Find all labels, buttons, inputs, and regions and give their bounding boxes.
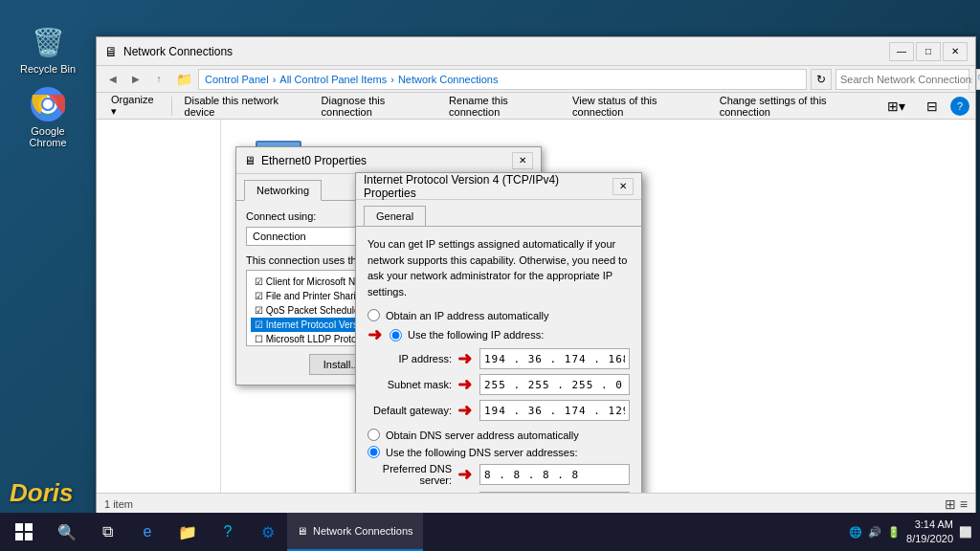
taskbar-right: 🌐 🔊 🔋 3:14 AM 8/19/2020 ⬜ xyxy=(849,518,980,547)
manual-dns-row: Use the following DNS server addresses: xyxy=(368,446,630,458)
subnet-mask-input[interactable] xyxy=(479,374,630,395)
view-toggle[interactable]: ⊞▾ xyxy=(879,95,914,118)
google-chrome-icon[interactable]: Google Chrome xyxy=(14,81,81,152)
windows-icon xyxy=(15,523,33,540)
search-button[interactable]: 🔍 xyxy=(976,69,980,90)
close-button[interactable]: ✕ xyxy=(943,42,968,61)
subnet-mask-row: Subnet mask: ➜ xyxy=(368,374,630,395)
refresh-button[interactable]: ↻ xyxy=(811,69,832,90)
path-network-connections[interactable]: Network Connections xyxy=(398,74,499,85)
large-icon-view[interactable]: ⊞ xyxy=(945,496,956,512)
chrome-image xyxy=(29,85,67,123)
subnet-mask-arrow: ➜ xyxy=(457,376,472,393)
doris-logo: Doris xyxy=(10,478,73,508)
settings-taskbar-icon[interactable]: ⚙ xyxy=(249,513,287,551)
status-bar: 1 item ⊞ ≡ xyxy=(97,493,975,514)
eth-tab-networking[interactable]: Networking xyxy=(244,180,322,201)
search-input[interactable] xyxy=(836,74,976,85)
desktop: 🗑️ Recycle Bin Google Chrome Doris 🖥 Net… xyxy=(0,0,980,551)
task-view-icon[interactable]: ⧉ xyxy=(88,513,126,551)
preferred-dns-row: Preferred DNS server: ➜ xyxy=(368,463,630,486)
ipv4-tab-general[interactable]: General xyxy=(364,206,426,226)
default-gateway-input[interactable] xyxy=(479,400,630,421)
taskbar-quick-launch: 🔍 ⧉ e 📁 ? ⚙ xyxy=(48,513,287,551)
manual-ip-arrow: ➜ xyxy=(368,326,382,343)
subnet-mask-label: Subnet mask: xyxy=(368,379,452,390)
date-display: 8/19/2020 xyxy=(906,532,953,546)
app-icon: 🖥 xyxy=(297,525,307,537)
search-taskbar-icon[interactable]: 🔍 xyxy=(48,513,86,551)
ip-address-row: IP address: ➜ xyxy=(368,348,630,369)
default-gateway-label: Default gateway: xyxy=(368,405,452,416)
alternate-dns-row: Alternate DNS server: ➜ xyxy=(368,491,630,493)
default-gateway-row: Default gateway: ➜ xyxy=(368,400,630,421)
diagnose-button[interactable]: Diagnose this connection xyxy=(313,95,439,118)
auto-dns-row: Obtain DNS server address automatically xyxy=(368,429,630,441)
battery-tray-icon: 🔋 xyxy=(887,526,901,539)
window-title: Network Connections xyxy=(123,45,889,58)
path-control-panel[interactable]: Control Panel xyxy=(205,74,269,85)
forward-button[interactable]: ▶ xyxy=(125,69,146,90)
window-titlebar: 🖥 Network Connections — □ ✕ xyxy=(97,37,975,66)
edge-taskbar-icon[interactable]: e xyxy=(128,513,167,551)
network-window-icon: 🖥 xyxy=(104,44,118,59)
ip-address-label: IP address: xyxy=(368,353,452,364)
up-button[interactable]: ↑ xyxy=(148,69,169,90)
toolbar-separator xyxy=(171,97,172,116)
taskbar: 🔍 ⧉ e 📁 ? ⚙ 🖥 Network Connections 🌐 🔊 🔋 … xyxy=(0,513,980,551)
pane-toggle[interactable]: ⊟ xyxy=(918,95,947,118)
minimize-button[interactable]: — xyxy=(889,42,914,61)
list-view[interactable]: ≡ xyxy=(960,496,968,512)
folder-taskbar-icon[interactable]: 📁 xyxy=(168,513,207,551)
view-icons: ⊞ ≡ xyxy=(945,496,968,512)
app-label: Network Connections xyxy=(313,525,413,537)
rename-button[interactable]: Rename this connection xyxy=(440,95,562,118)
auto-dns-label: Obtain DNS server address automatically xyxy=(386,430,579,441)
network-connections-taskbar-app[interactable]: 🖥 Network Connections xyxy=(287,513,423,551)
recycle-bin-image: 🗑️ xyxy=(29,23,67,61)
start-button[interactable] xyxy=(0,513,48,551)
recycle-bin-label: Recycle Bin xyxy=(20,63,76,75)
dns-section: Obtain DNS server address automatically … xyxy=(368,429,630,493)
auto-ip-radio[interactable] xyxy=(368,309,380,321)
ip-fields: IP address: ➜ Subnet mask: ➜ Default gat… xyxy=(368,348,630,421)
manual-ip-radio[interactable] xyxy=(390,329,402,342)
manual-dns-radio[interactable] xyxy=(368,446,380,458)
help-taskbar-icon[interactable]: ? xyxy=(209,513,247,551)
volume-tray-icon[interactable]: 🔊 xyxy=(868,526,881,539)
change-settings-button[interactable]: Change settings of this connection xyxy=(711,95,877,118)
back-button[interactable]: ◀ xyxy=(102,69,123,90)
organize-button[interactable]: Organize ▾ xyxy=(102,95,167,118)
alternate-dns-input[interactable] xyxy=(479,492,630,493)
eth-dialog-close[interactable]: ✕ xyxy=(512,152,533,169)
auto-ip-row: Obtain an IP address automatically xyxy=(368,309,630,321)
address-bar: ◀ ▶ ↑ 📁 Control Panel › All Control Pane… xyxy=(97,66,975,93)
address-path[interactable]: Control Panel › All Control Panel Items … xyxy=(198,69,807,90)
chrome-label: Google Chrome xyxy=(18,125,78,148)
help-button[interactable]: ? xyxy=(950,97,969,116)
content-area: Ethernet0 🖥 Ethernet0 Properties ✕ Netwo… xyxy=(221,120,975,493)
disable-button[interactable]: Disable this network device xyxy=(176,95,311,118)
window-main: Ethernet0 🖥 Ethernet0 Properties ✕ Netwo… xyxy=(97,120,975,493)
svg-point-4 xyxy=(43,99,53,109)
auto-dns-radio[interactable] xyxy=(368,429,380,441)
maximize-button[interactable]: □ xyxy=(916,42,941,61)
search-box: 🔍 xyxy=(835,69,969,90)
notification-icon[interactable]: ⬜ xyxy=(959,526,972,539)
ip-address-input[interactable] xyxy=(479,348,630,369)
preferred-dns-arrow: ➜ xyxy=(457,466,472,483)
eth-dialog-titlebar: 🖥 Ethernet0 Properties ✕ xyxy=(236,147,541,174)
ip-address-arrow: ➜ xyxy=(457,350,472,367)
ipv4-body: You can get IP settings assigned automat… xyxy=(356,226,641,493)
view-status-button[interactable]: View status of this connection xyxy=(564,95,709,118)
toolbar-right: ⊞▾ ⊟ ? xyxy=(879,95,969,118)
path-all-items[interactable]: All Control Panel Items xyxy=(279,74,387,85)
window-controls: — □ ✕ xyxy=(889,42,968,61)
alternate-dns-label: Alternate DNS server: xyxy=(368,491,452,493)
network-tray-icon[interactable]: 🌐 xyxy=(849,526,862,539)
preferred-dns-input[interactable] xyxy=(479,464,630,485)
ipv4-close[interactable]: ✕ xyxy=(612,178,634,195)
recycle-bin-icon[interactable]: 🗑️ Recycle Bin xyxy=(14,19,81,78)
default-gateway-arrow: ➜ xyxy=(457,402,472,419)
taskbar-time[interactable]: 3:14 AM 8/19/2020 xyxy=(906,518,953,547)
